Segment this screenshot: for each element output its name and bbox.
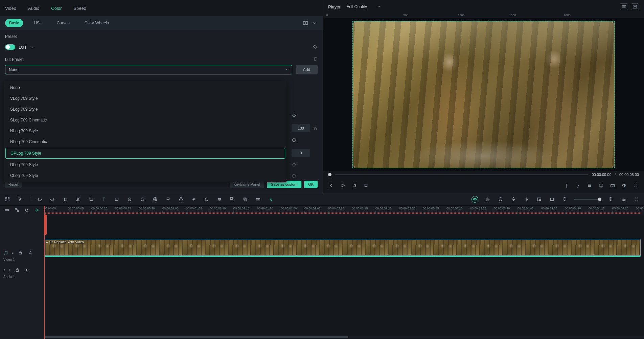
tab-audio[interactable]: Audio [28, 6, 39, 11]
text-icon[interactable] [100, 196, 107, 203]
list-icon[interactable] [586, 182, 593, 189]
zoom-in-icon[interactable] [607, 196, 614, 203]
timer-icon[interactable] [178, 196, 184, 203]
pip-icon[interactable] [536, 196, 543, 203]
dropdown-item[interactable]: NLog 709 Cinematic [4, 136, 286, 147]
preview-frame[interactable] [352, 21, 615, 168]
color-match-icon[interactable] [472, 196, 478, 203]
dropdown-item[interactable]: DLog 709 Style [4, 159, 286, 170]
volume-icon[interactable] [621, 182, 627, 189]
image-view-icon[interactable] [631, 3, 639, 10]
time-ruler[interactable]: 00:00:0000:00:00:0500:00:00:1000:00:00:1… [44, 206, 644, 214]
resize-handle[interactable] [613, 166, 615, 168]
cursor-icon[interactable] [17, 196, 24, 203]
tab-color[interactable]: Color [51, 6, 62, 11]
tab-video[interactable]: Video [5, 6, 16, 11]
playhead-track[interactable] [335, 174, 588, 175]
playhead[interactable] [44, 206, 45, 339]
resize-handle[interactable] [352, 166, 354, 168]
dropdown-item[interactable]: SLog 709 Cinematic [4, 115, 286, 126]
adjust-icon[interactable] [216, 196, 223, 203]
undo-icon[interactable] [36, 196, 43, 203]
subtab-curves[interactable]: Curves [53, 19, 74, 27]
lock-icon[interactable] [14, 267, 21, 273]
snapshot-icon[interactable] [609, 182, 616, 189]
zoom-out-icon[interactable] [561, 196, 568, 203]
quality-select[interactable]: Full Quality [347, 4, 381, 9]
list-view-icon[interactable] [620, 196, 627, 203]
stop-icon[interactable] [363, 182, 369, 189]
video-track[interactable]: ▸ 02 Replace Your Video [44, 238, 644, 258]
compare-view-icon[interactable] [302, 20, 309, 26]
keyframe-icon[interactable] [313, 44, 318, 50]
dropdown-item[interactable]: CLog 709 Style [4, 170, 286, 181]
dropdown-item[interactable]: GPLog 709 Style [5, 148, 285, 159]
color-icon[interactable] [203, 196, 210, 203]
ok-button[interactable]: OK [304, 181, 318, 188]
lut-preset-select[interactable]: None [5, 65, 292, 74]
redo-icon[interactable] [49, 196, 56, 203]
lock-icon[interactable] [17, 249, 24, 256]
playhead-dot[interactable] [328, 173, 331, 176]
track-icon[interactable] [3, 207, 10, 213]
dropdown-item[interactable]: NLog 709 Style [4, 126, 286, 136]
marker-icon[interactable] [549, 196, 555, 203]
scrollbar-thumb[interactable] [44, 336, 348, 338]
split-icon[interactable] [255, 196, 261, 203]
rotate-icon[interactable] [139, 196, 146, 203]
crop-icon[interactable] [88, 196, 94, 203]
dropdown-item[interactable]: None [4, 82, 286, 93]
gear-icon[interactable] [484, 196, 491, 203]
video-clip[interactable]: ▸ 02 Replace Your Video [44, 239, 641, 257]
mark-out-icon[interactable]: } [575, 182, 581, 189]
add-button[interactable]: Add [296, 65, 318, 74]
trash-icon[interactable] [313, 56, 318, 62]
fullscreen-icon[interactable] [632, 182, 639, 189]
mute-icon[interactable] [27, 249, 34, 256]
chevron-down-icon[interactable] [311, 20, 318, 26]
keyframe-icon[interactable] [292, 113, 296, 119]
resize-handle[interactable] [613, 21, 615, 23]
auto-ripple-icon[interactable] [33, 207, 40, 213]
mask-icon[interactable] [126, 196, 133, 203]
zoom-slider[interactable] [574, 199, 601, 200]
playhead-handle[interactable] [44, 214, 47, 235]
cut-icon[interactable] [75, 196, 82, 203]
grid-view-icon[interactable] [620, 3, 628, 10]
copy-icon[interactable] [242, 196, 249, 203]
link-icon[interactable] [268, 196, 274, 203]
rect-icon[interactable] [113, 196, 120, 203]
value-input[interactable]: 100 [292, 124, 310, 132]
link-tracks-icon[interactable] [14, 207, 20, 213]
subtab-basic[interactable]: Basic [5, 19, 23, 27]
globe-icon[interactable] [152, 196, 159, 203]
audio-track[interactable] [44, 258, 644, 271]
value-input[interactable]: 0 [292, 149, 310, 157]
horizontal-scrollbar[interactable] [44, 336, 644, 338]
track-motion-icon[interactable] [190, 196, 197, 203]
mark-in-icon[interactable]: { [563, 182, 570, 189]
play-icon[interactable] [340, 182, 346, 189]
subtab-colorwheels[interactable]: Color Wheels [80, 19, 113, 27]
magnet-icon[interactable] [24, 207, 30, 213]
marker-down-icon[interactable] [165, 196, 171, 203]
fit-icon[interactable] [633, 196, 640, 203]
mic-icon[interactable] [510, 196, 517, 203]
keyframe-icon[interactable] [292, 138, 296, 143]
grid-icon[interactable] [4, 196, 11, 203]
dropdown-item[interactable]: SLog 709 Style [4, 104, 286, 115]
subtab-hsl[interactable]: HSL [30, 19, 46, 27]
resize-handle[interactable] [352, 21, 354, 23]
tab-speed[interactable]: Speed [73, 6, 86, 11]
delete-icon[interactable] [62, 196, 69, 203]
player-viewport[interactable] [323, 18, 644, 171]
chevron-down-icon[interactable] [29, 44, 36, 50]
monitor-icon[interactable] [598, 182, 604, 189]
group-icon[interactable] [229, 196, 236, 203]
next-frame-icon[interactable] [351, 182, 358, 189]
audio-mix-icon[interactable] [523, 196, 530, 203]
shield-icon[interactable] [497, 196, 504, 203]
prev-frame-icon[interactable] [328, 182, 335, 189]
lut-toggle[interactable] [5, 44, 15, 50]
mute-icon[interactable] [24, 267, 31, 273]
